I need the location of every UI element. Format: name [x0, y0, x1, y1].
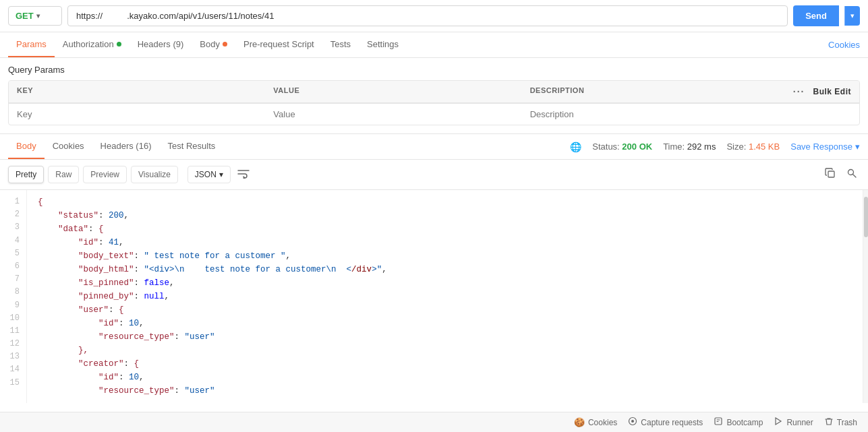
key-input[interactable] — [17, 109, 257, 119]
view-pretty-button[interactable]: Pretty — [8, 166, 44, 183]
view-preview-button[interactable]: Preview — [83, 166, 127, 183]
bottom-bootcamp-label: Bootcamp — [726, 418, 763, 427]
format-select[interactable]: JSON ▾ — [187, 166, 231, 183]
svg-point-4 — [631, 420, 634, 423]
line-14: 14 — [0, 363, 26, 376]
bulk-edit-button[interactable]: Bulk Edit — [813, 87, 851, 96]
body-actions — [822, 165, 860, 184]
view-visualize-button[interactable]: Visualize — [131, 166, 178, 183]
bottom-cookies[interactable]: 🍪 Cookies — [574, 417, 617, 427]
line-12: 12 — [0, 338, 26, 350]
status-globe-icon: 🌐 — [570, 142, 581, 152]
body-toolbar: Pretty Raw Preview Visualize JSON ▾ — [0, 160, 868, 190]
capture-icon — [628, 416, 637, 428]
params-empty-row — [9, 103, 859, 125]
col-actions: ··· Bulk Edit — [778, 81, 859, 102]
authorization-dot — [117, 42, 121, 47]
line-15: 15 — [0, 377, 26, 390]
method-select[interactable]: GET ▾ — [8, 6, 62, 26]
bottom-capture[interactable]: Capture requests — [628, 416, 703, 428]
save-response-chevron: ▾ — [855, 142, 860, 152]
vertical-scrollbar[interactable] — [863, 190, 868, 403]
bottom-runner-label: Runner — [786, 418, 813, 427]
response-tab-cookies[interactable]: Cookies — [45, 134, 92, 159]
tab-params[interactable]: Params — [8, 32, 55, 57]
send-dropdown-button[interactable]: ▾ — [844, 6, 860, 26]
search-button[interactable] — [844, 165, 860, 184]
view-raw-button[interactable]: Raw — [48, 166, 79, 183]
query-params-title: Query Params — [8, 65, 860, 75]
response-time: Time: 292 ms — [663, 142, 716, 152]
svg-line-2 — [853, 175, 856, 177]
params-table-header: KEY VALUE DESCRIPTION ··· Bulk Edit — [9, 81, 859, 103]
scrollbar-thumb — [864, 197, 868, 237]
line-4: 4 — [0, 235, 26, 247]
tab-tests[interactable]: Tests — [322, 32, 359, 57]
more-options-icon[interactable]: ··· — [793, 86, 805, 97]
line-2: 2 — [0, 208, 26, 221]
bottom-trash-label: Trash — [837, 418, 857, 427]
response-size: Size: 1.45 KB — [726, 142, 780, 152]
line-11: 11 — [0, 325, 26, 338]
col-value: VALUE — [265, 81, 521, 102]
trash-icon — [824, 416, 834, 428]
method-chevron-icon: ▾ — [36, 12, 40, 20]
cookies-icon: 🍪 — [574, 417, 585, 427]
response-section: Body Cookies Headers (16) Test Results 🌐… — [0, 134, 868, 403]
row-actions — [778, 104, 859, 125]
top-bar: GET ▾ Send ▾ — [0, 0, 868, 32]
send-button[interactable]: Send — [793, 5, 839, 26]
bottom-cookies-label: Cookies — [588, 418, 617, 427]
response-status-bar: 🌐 Status: 200 OK Time: 292 ms Size: 1.45… — [570, 142, 860, 152]
value-placeholder[interactable] — [265, 104, 521, 125]
line-8: 8 — [0, 286, 26, 299]
copy-button[interactable] — [822, 165, 838, 184]
col-description: DESCRIPTION — [522, 81, 778, 102]
tab-authorization[interactable]: Authorization — [55, 32, 129, 57]
svg-marker-6 — [776, 418, 781, 425]
line-5: 5 — [0, 247, 26, 260]
format-label: JSON — [195, 170, 216, 179]
key-placeholder[interactable] — [9, 104, 265, 125]
method-label: GET — [16, 11, 34, 21]
line-3: 3 — [0, 221, 26, 234]
code-area[interactable]: 1 2 3 4 5 6 7 8 9 10 11 12 13 14 15 { "s… — [0, 190, 868, 403]
cookies-link[interactable]: Cookies — [828, 40, 860, 50]
response-tab-test-results[interactable]: Test Results — [159, 134, 223, 159]
status-ok: Status: 200 OK — [592, 142, 652, 152]
value-input[interactable] — [273, 109, 513, 119]
response-tab-headers[interactable]: Headers (16) — [92, 134, 160, 159]
tab-pre-request[interactable]: Pre-request Script — [235, 32, 322, 57]
line-9: 9 — [0, 299, 26, 312]
response-tabs-bar: Body Cookies Headers (16) Test Results 🌐… — [0, 134, 868, 160]
bottom-bootcamp[interactable]: Bootcamp — [714, 416, 763, 428]
bottom-trash[interactable]: Trash — [824, 416, 857, 428]
desc-placeholder[interactable] — [522, 104, 778, 125]
runner-icon — [774, 416, 783, 428]
code-content: { "status": 200, "data": { "id": 41, "bo… — [27, 190, 863, 403]
bootcamp-icon — [714, 416, 723, 428]
line-numbers: 1 2 3 4 5 6 7 8 9 10 11 12 13 14 15 — [0, 190, 27, 403]
tab-settings[interactable]: Settings — [359, 32, 407, 57]
bottom-bar: 🍪 Cookies Capture requests Bootcamp Runn… — [0, 412, 868, 432]
line-10: 10 — [0, 312, 26, 325]
query-params-section: Query Params KEY VALUE DESCRIPTION ··· B… — [0, 58, 868, 125]
request-tabs-bar: Params Authorization Headers (9) Body Pr… — [0, 32, 868, 58]
col-key: KEY — [9, 81, 265, 102]
desc-input[interactable] — [530, 109, 770, 119]
svg-rect-0 — [828, 171, 834, 177]
tab-headers[interactable]: Headers (9) — [129, 32, 192, 57]
bottom-capture-label: Capture requests — [641, 418, 703, 427]
response-tab-body[interactable]: Body — [8, 134, 45, 159]
line-13: 13 — [0, 350, 26, 363]
url-input[interactable] — [67, 5, 788, 26]
tab-body[interactable]: Body — [192, 32, 235, 57]
bottom-runner[interactable]: Runner — [774, 416, 813, 428]
params-table: KEY VALUE DESCRIPTION ··· Bulk Edit — [8, 80, 860, 125]
line-1: 1 — [0, 195, 26, 208]
line-6: 6 — [0, 260, 26, 273]
format-chevron-icon: ▾ — [219, 170, 223, 179]
line-7: 7 — [0, 273, 26, 286]
save-response-button[interactable]: Save Response ▾ — [790, 142, 860, 152]
wrap-button[interactable] — [235, 166, 252, 183]
